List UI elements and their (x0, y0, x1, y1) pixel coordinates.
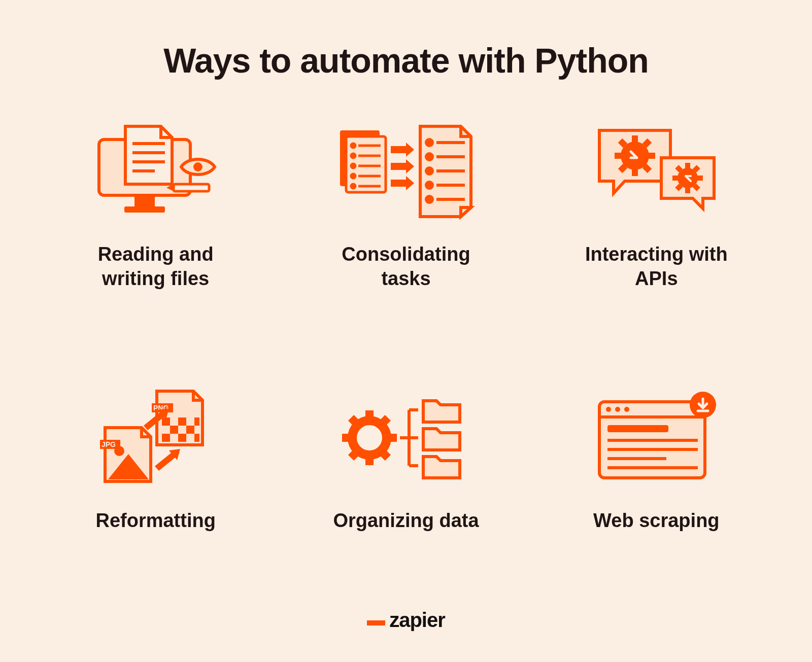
feature-label: Consolidating tasks (315, 242, 497, 291)
zapier-logo: zapier (367, 609, 445, 632)
svg-rect-70 (342, 434, 351, 442)
svg-rect-61 (162, 434, 170, 442)
feature-web-scraping: Web scraping (547, 387, 766, 578)
svg-marker-22 (391, 143, 414, 157)
feature-label: Organizing data (333, 509, 479, 533)
svg-rect-39 (648, 153, 655, 159)
page-title: Ways to automate with Python (163, 41, 649, 80)
feature-label: Interacting with APIs (565, 242, 748, 291)
svg-rect-8 (174, 184, 209, 191)
feature-consolidating-tasks: Consolidating tasks (296, 121, 516, 336)
feature-interacting-apis: Interacting with APIs (547, 121, 766, 336)
web-scraping-icon (590, 387, 722, 489)
svg-marker-66 (155, 449, 180, 471)
svg-point-31 (426, 182, 432, 188)
zapier-logo-text: zapier (389, 609, 445, 632)
svg-point-80 (624, 407, 629, 412)
feature-label: Reading and writing files (64, 242, 247, 291)
svg-point-12 (351, 144, 355, 148)
consolidating-tasks-icon (335, 121, 477, 222)
svg-rect-2 (124, 206, 165, 213)
svg-rect-81 (607, 425, 668, 432)
svg-rect-1 (134, 195, 155, 206)
svg-rect-71 (388, 434, 397, 442)
svg-marker-24 (391, 176, 414, 190)
feature-organizing-data: Organizing data (296, 387, 516, 578)
feature-reformatting: JPG PNG (46, 387, 265, 578)
svg-point-79 (615, 407, 620, 412)
svg-rect-62 (178, 434, 186, 442)
svg-rect-37 (632, 169, 638, 176)
svg-point-67 (352, 421, 387, 455)
interacting-apis-icon (590, 121, 722, 222)
svg-rect-57 (178, 417, 186, 426)
svg-point-16 (351, 164, 355, 168)
svg-rect-58 (194, 417, 199, 426)
svg-point-20 (351, 184, 355, 188)
svg-rect-48 (697, 176, 703, 181)
svg-point-33 (426, 196, 432, 202)
svg-point-25 (426, 140, 432, 146)
reading-writing-files-icon (90, 121, 222, 222)
svg-rect-46 (685, 188, 690, 193)
svg-point-14 (351, 154, 355, 158)
svg-rect-38 (615, 153, 622, 159)
svg-point-78 (606, 407, 611, 412)
svg-marker-23 (391, 159, 414, 173)
svg-rect-63 (194, 434, 199, 442)
feature-grid: Reading and writing files (46, 121, 766, 578)
svg-rect-59 (170, 426, 178, 434)
feature-reading-writing-files: Reading and writing files (46, 121, 265, 336)
feature-label: Reformatting (95, 509, 215, 533)
reformatting-icon: JPG PNG (95, 387, 217, 489)
feature-label: Web scraping (593, 509, 719, 533)
svg-rect-69 (365, 456, 374, 465)
svg-point-18 (351, 174, 355, 178)
svg-rect-60 (186, 426, 194, 434)
svg-rect-47 (672, 176, 678, 181)
svg-rect-68 (365, 410, 374, 420)
svg-point-29 (426, 168, 432, 174)
organizing-data-icon (340, 387, 472, 489)
svg-point-27 (426, 154, 432, 160)
svg-rect-36 (632, 135, 638, 143)
jpg-badge-text: JPG (101, 440, 116, 448)
svg-point-7 (193, 162, 202, 171)
svg-rect-45 (685, 163, 690, 168)
zapier-logo-underscore-icon (367, 620, 385, 625)
